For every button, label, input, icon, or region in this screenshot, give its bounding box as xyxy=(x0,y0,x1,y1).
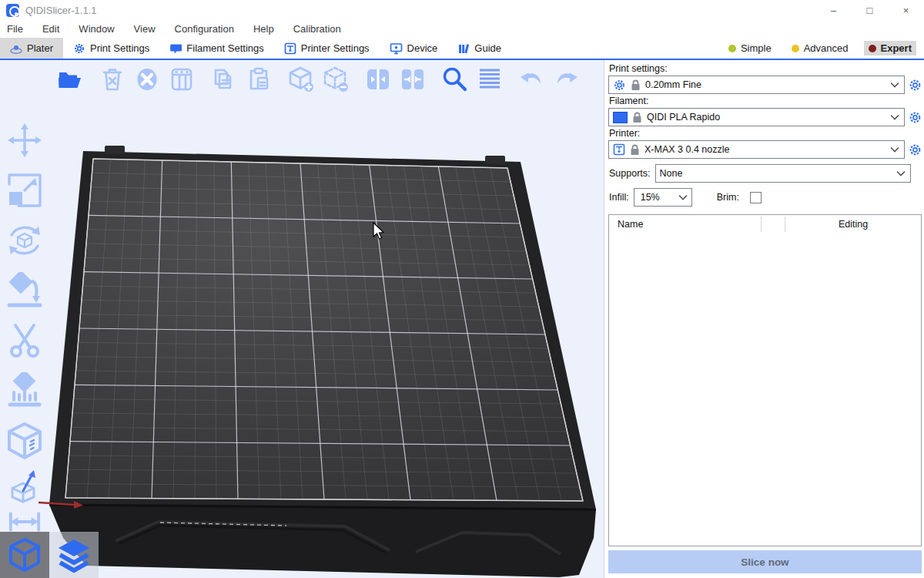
guide-icon xyxy=(457,42,470,55)
minimize-button[interactable]: – xyxy=(815,0,852,20)
window-title: QIDISlicer-1.1.1 xyxy=(25,5,96,16)
maximize-button[interactable]: □ xyxy=(852,0,888,20)
editor-view-button[interactable] xyxy=(0,532,49,578)
filament-edit-button[interactable] xyxy=(908,110,922,124)
slice-now-button[interactable]: Slice now xyxy=(608,550,922,573)
redo-button[interactable] xyxy=(552,65,581,93)
supports-label: Supports: xyxy=(609,168,651,179)
open-folder-icon xyxy=(57,68,83,91)
delete-button[interactable] xyxy=(98,65,126,93)
chevron-down-icon xyxy=(896,170,906,176)
infill-combo[interactable]: 15% xyxy=(634,188,692,207)
printer-edit-button[interactable] xyxy=(908,143,922,156)
place-on-face-icon xyxy=(6,272,43,309)
print-settings-edit-button[interactable] xyxy=(908,78,922,92)
rotate-tool-button[interactable] xyxy=(5,220,45,260)
tab-printer-settings[interactable]: Printer Settings xyxy=(274,38,380,59)
bed-clip-left xyxy=(105,146,125,154)
tab-plater[interactable]: Plater xyxy=(0,38,63,59)
plater-toolbar xyxy=(55,65,594,93)
mouse-cursor xyxy=(371,222,387,240)
menu-file[interactable]: File xyxy=(7,23,23,35)
measure-icon xyxy=(8,510,42,533)
filament-color-swatch xyxy=(613,112,628,123)
paste-icon xyxy=(246,66,272,92)
printer-icon xyxy=(613,143,625,156)
menu-calibration[interactable]: Calibration xyxy=(293,23,341,35)
preset-gear-icon xyxy=(613,79,626,92)
close-button[interactable]: × xyxy=(888,0,924,20)
search-icon xyxy=(441,66,469,93)
brim-checkbox[interactable] xyxy=(750,192,762,203)
emboss-tool-button[interactable] xyxy=(8,471,42,502)
chevron-down-icon xyxy=(890,82,899,88)
cut-tool-button[interactable] xyxy=(5,321,45,361)
filament-settings-icon xyxy=(169,42,182,55)
tab-print-settings[interactable]: Print Settings xyxy=(63,38,159,59)
open-button[interactable] xyxy=(55,65,84,93)
mode-expert[interactable]: Expert xyxy=(864,41,916,55)
menu-help[interactable]: Help xyxy=(253,23,274,35)
print-settings-value: 0.20mm Fine xyxy=(645,79,886,90)
advanced-mode-dot-icon xyxy=(792,45,799,52)
seam-painting-tool-button[interactable] xyxy=(5,421,45,461)
delete-trash-icon xyxy=(101,67,124,92)
printer-combo[interactable]: X-MAX 3 0.4 nozzle xyxy=(608,140,905,159)
menu-view[interactable]: View xyxy=(134,23,156,35)
preview-view-button[interactable] xyxy=(49,532,99,578)
tabbar-spacer xyxy=(511,38,724,59)
remove-instance-button[interactable] xyxy=(321,65,350,93)
device-icon xyxy=(390,42,403,55)
menu-configuration[interactable]: Configuration xyxy=(175,23,234,35)
chevron-down-icon xyxy=(890,114,899,120)
tab-guide[interactable]: Guide xyxy=(447,38,511,59)
scale-tool-button[interactable] xyxy=(5,170,45,210)
menu-edit[interactable]: Edit xyxy=(42,23,59,35)
delete-all-icon xyxy=(135,67,159,92)
redo-icon xyxy=(552,67,581,92)
emboss-arrow-icon xyxy=(8,469,41,503)
search-button[interactable] xyxy=(440,65,469,93)
tab-device[interactable]: Device xyxy=(380,38,448,59)
variable-layer-height-button[interactable] xyxy=(475,65,504,93)
mode-advanced[interactable]: Advanced xyxy=(787,41,853,55)
tab-filament-settings-label: Filament Settings xyxy=(186,42,263,54)
add-instance-button[interactable] xyxy=(286,65,315,93)
move-tool-button[interactable] xyxy=(5,120,45,160)
mode-simple[interactable]: Simple xyxy=(724,41,776,55)
bed-clip-right xyxy=(485,156,505,164)
undo-button[interactable] xyxy=(517,65,546,93)
rotate-icon xyxy=(6,222,43,259)
supports-value: None xyxy=(660,168,892,179)
split-to-parts-button[interactable] xyxy=(398,65,427,93)
copy-icon xyxy=(211,66,237,92)
edit-gear-icon xyxy=(909,111,922,124)
build-plate-scene xyxy=(0,60,604,578)
filament-combo[interactable]: QIDI PLA Rapido xyxy=(608,108,905,126)
app-logo-icon xyxy=(6,4,19,17)
brim-label: Brim: xyxy=(717,192,739,203)
chevron-down-icon xyxy=(890,146,899,153)
infill-label: Infill: xyxy=(609,192,629,203)
plater-icon xyxy=(10,42,22,55)
tabbar: Plater Print Settings Filament Settings … xyxy=(0,38,924,60)
menubar: File Edit Window View Configuration Help… xyxy=(0,20,924,38)
tab-device-label: Device xyxy=(407,42,438,54)
arrange-button[interactable] xyxy=(167,65,196,93)
copy-button[interactable] xyxy=(209,65,238,93)
titlebar: QIDISlicer-1.1.1 – □ × xyxy=(0,0,924,20)
paste-button[interactable] xyxy=(244,65,273,93)
edit-gear-icon xyxy=(909,143,922,156)
printer-value: X-MAX 3 0.4 nozzle xyxy=(644,144,886,155)
print-settings-combo[interactable]: 0.20mm Fine xyxy=(608,76,905,94)
supports-combo[interactable]: None xyxy=(655,164,911,183)
viewport-3d[interactable] xyxy=(0,60,604,578)
delete-all-button[interactable] xyxy=(132,65,161,93)
support-painting-tool-button[interactable] xyxy=(5,371,45,411)
tab-filament-settings[interactable]: Filament Settings xyxy=(159,38,273,59)
move-icon xyxy=(6,122,43,159)
menu-window[interactable]: Window xyxy=(79,23,114,35)
place-on-face-tool-button[interactable] xyxy=(5,271,45,311)
app-window: QIDISlicer-1.1.1 – □ × File Edit Window … xyxy=(0,0,924,578)
split-to-objects-button[interactable] xyxy=(363,65,392,93)
